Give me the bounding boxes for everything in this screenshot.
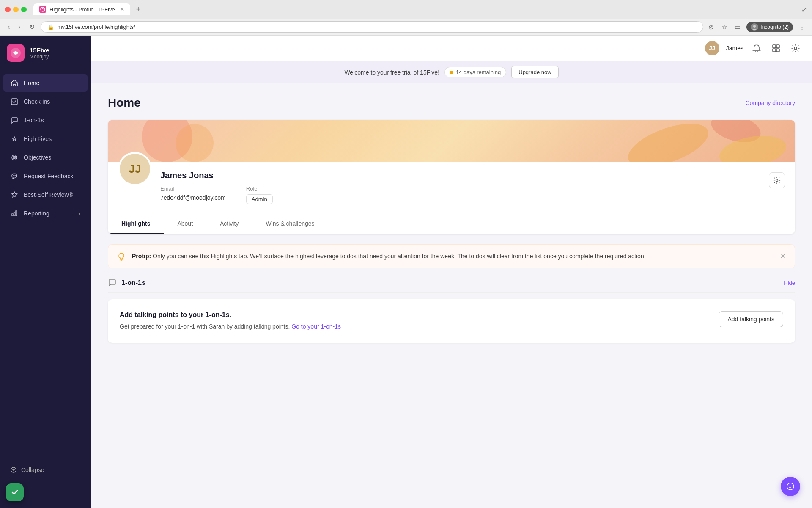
sidebar-item-label-reporting: Reporting [24, 210, 49, 217]
svg-point-19 [776, 179, 778, 182]
sidebar: 15Five Moodjoy Home Check-ins [0, 36, 91, 508]
svg-rect-15 [776, 45, 779, 48]
reload-btn[interactable]: ↻ [27, 21, 37, 33]
sidebar-item-feedback[interactable]: Request Feedback [3, 167, 88, 185]
trial-banner: Welcome to your free trial of 15Five! 14… [91, 61, 812, 83]
sidebar-item-1on1s[interactable]: 1-on-1s [3, 111, 88, 129]
protip-close-btn[interactable]: ✕ [780, 251, 786, 261]
svg-point-0 [41, 7, 45, 11]
role-label: Role [246, 185, 273, 192]
email-label: Email [160, 185, 226, 192]
one-on-one-text: Add talking points to your 1-on-1s. Get … [120, 311, 341, 331]
incognito-icon [751, 23, 758, 31]
notifications-btn[interactable] [750, 42, 763, 55]
sidebar-item-label-highfives: High Fives [24, 135, 52, 142]
app-wrapper: 15Five Moodjoy Home Check-ins [0, 36, 812, 508]
protip-body: Only you can see this Highlights tab. We… [151, 253, 645, 260]
tab-favicon [39, 6, 46, 13]
objectives-icon [10, 153, 19, 162]
brand-text: 15Five Moodjoy [30, 47, 49, 60]
brand-sub: Moodjoy [30, 54, 49, 60]
browser-chrome: Highlights · Profile · 15Five ✕ + ⤢ ‹ › … [0, 0, 812, 36]
section-title: 1-on-1s [121, 279, 145, 287]
tab-wins-challenges[interactable]: Wins & challenges [252, 214, 328, 234]
hide-link[interactable]: Hide [784, 280, 795, 286]
brand-logo [7, 44, 25, 62]
svg-point-1 [753, 25, 756, 28]
sidebar-item-home[interactable]: Home [3, 74, 88, 92]
back-btn[interactable]: ‹ [5, 22, 12, 33]
svg-rect-14 [773, 45, 776, 48]
settings-btn[interactable] [789, 42, 802, 55]
sidebar-toggle-btn[interactable]: ▭ [733, 22, 742, 33]
dot-green[interactable] [21, 7, 27, 12]
section-header: 1-on-1s Hide [108, 279, 795, 293]
svg-point-9 [15, 175, 16, 176]
page-title: Home [108, 96, 141, 110]
profile-details: James Jonas Email 7ede4ddf@moodjoy.com R… [160, 171, 785, 204]
tab-about[interactable]: About [164, 214, 206, 234]
one-on-one-card-desc: Get prepared for your 1-on-1 with Sarah … [120, 322, 341, 331]
browser-tab[interactable]: Highlights · Profile · 15Five ✕ [33, 3, 130, 15]
trial-dot [450, 71, 453, 74]
lock-icon: 🔒 [48, 24, 54, 30]
sidebar-item-highfives[interactable]: High Fives [3, 130, 88, 148]
avatar-initials: JJ [709, 45, 715, 51]
profile-initials: JJ [129, 163, 141, 176]
new-tab-btn[interactable]: + [136, 5, 141, 14]
profile-name: James Jonas [160, 171, 785, 180]
svg-rect-12 [16, 211, 17, 216]
email-value: 7ede4ddf@moodjoy.com [160, 194, 226, 201]
collapse-btn[interactable]: Collapse [7, 463, 84, 477]
incognito-label: Incognito (2) [760, 24, 789, 30]
grid-btn[interactable] [770, 42, 782, 55]
tab-close-btn[interactable]: ✕ [120, 6, 124, 12]
chat-support-btn[interactable] [781, 477, 800, 496]
profile-settings-btn[interactable] [769, 172, 785, 188]
review-icon [10, 190, 19, 199]
one-on-one-section: 1-on-1s Hide Add talking points to your … [108, 279, 795, 343]
address-bar[interactable]: 🔒 my.15five.com/profile/highlights/ [41, 21, 704, 33]
profile-avatar: JJ [118, 152, 152, 186]
trial-days-label: 14 days remaining [456, 69, 501, 75]
expand-icon[interactable]: ⤢ [801, 6, 807, 14]
sidebar-item-label-1on1s: 1-on-1s [24, 117, 44, 124]
sidebar-bottom: Collapse [0, 456, 91, 483]
profile-card: JJ James Jonas Email 7ede4ddf@moodjoy.co… [108, 120, 795, 234]
one-on-one-card: Add talking points to your 1-on-1s. Get … [108, 299, 795, 343]
company-directory-link[interactable]: Company directory [746, 99, 796, 106]
add-talking-points-btn[interactable]: Add talking points [719, 311, 783, 327]
sidebar-item-checkins[interactable]: Check-ins [3, 93, 88, 110]
dot-red[interactable] [5, 7, 11, 12]
sidebar-item-reporting[interactable]: Reporting ▾ [3, 204, 88, 222]
browser-nav: ‹ › ↻ 🔒 my.15five.com/profile/highlights… [0, 19, 812, 36]
browser-dots [5, 7, 27, 12]
svg-point-8 [14, 175, 15, 176]
svg-point-18 [794, 47, 797, 50]
reporting-icon [10, 209, 19, 218]
one-on-one-card-title: Add talking points to your 1-on-1s. [120, 311, 341, 319]
dot-yellow[interactable] [13, 7, 19, 12]
extension-btn[interactable]: ⊘ [707, 22, 716, 33]
incognito-badge: Incognito (2) [746, 22, 793, 32]
home-icon [10, 79, 19, 87]
one-on-one-link[interactable]: Go to your 1-on-1s [291, 323, 341, 330]
main-content: JJ James Welcome to your free trial of 1… [91, 36, 812, 508]
section-chat-icon [108, 279, 116, 287]
trial-badge: 14 days remaining [444, 67, 506, 77]
sidebar-item-review[interactable]: Best-Self Review® [3, 186, 88, 204]
sidebar-item-label-home: Home [24, 80, 39, 86]
role-badge: Admin [246, 194, 273, 204]
tab-highlights[interactable]: Highlights [108, 214, 164, 234]
top-bar: JJ James [91, 36, 812, 61]
lightbulb-icon [117, 252, 126, 261]
upgrade-btn[interactable]: Upgrade now [511, 66, 558, 78]
more-btn[interactable]: ⋮ [797, 22, 807, 33]
profile-banner [108, 120, 795, 162]
floating-check-btn[interactable] [6, 483, 24, 501]
tab-activity[interactable]: Activity [206, 214, 252, 234]
sidebar-item-objectives[interactable]: Objectives [3, 149, 88, 166]
bookmark-btn[interactable]: ☆ [720, 22, 729, 33]
forward-btn[interactable]: › [16, 22, 23, 33]
avatar: JJ [705, 41, 719, 55]
